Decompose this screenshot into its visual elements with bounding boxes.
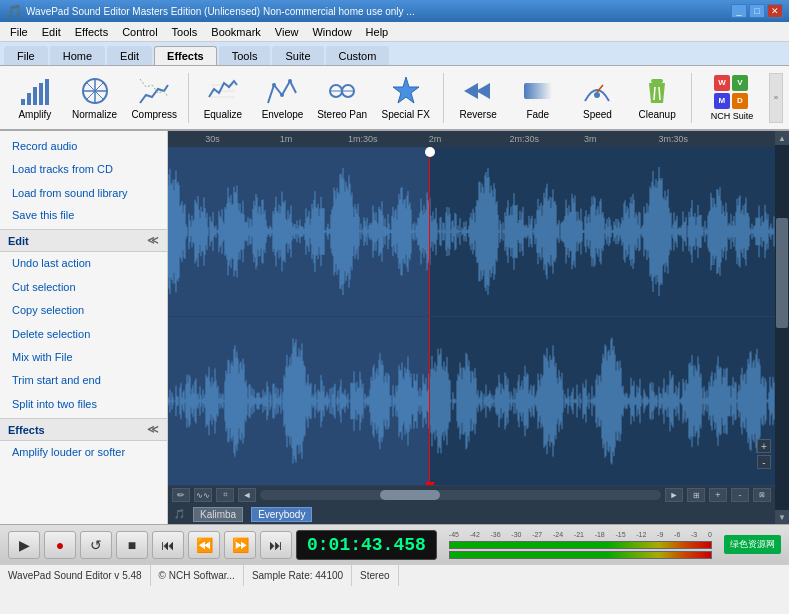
stereo-pan-button[interactable]: Stereo Pan	[313, 70, 371, 126]
scroll-track[interactable]	[260, 490, 661, 500]
effects-section-collapse[interactable]: ≪	[147, 423, 159, 436]
menu-bookmark[interactable]: Bookmark	[205, 24, 267, 40]
sidebar-item-copy[interactable]: Copy selection	[0, 299, 167, 322]
compress-icon	[138, 75, 170, 107]
sidebar-item-mix[interactable]: Mix with File	[0, 346, 167, 369]
tool-pencil[interactable]: ✏	[172, 488, 190, 502]
menu-window[interactable]: Window	[306, 24, 357, 40]
level-meter-container: -45 -42 -36 -30 -27 -24 -21 -18 -15 -12 …	[449, 531, 712, 559]
sidebar-item-trim[interactable]: Trim start and end	[0, 369, 167, 392]
waveform-track-bottom[interactable]	[168, 317, 775, 487]
track-label-icon: 🎵	[174, 509, 185, 519]
waveform-track-top[interactable]: /* waveform lines generated below */	[168, 147, 775, 317]
fade-button[interactable]: Fade	[509, 70, 567, 126]
nch-suite-icon: W V M D	[714, 75, 750, 109]
level-label: -27	[532, 531, 542, 538]
cleanup-button[interactable]: Cleanup	[628, 70, 686, 126]
minimize-button[interactable]: _	[731, 4, 747, 18]
speed-label: Speed	[583, 109, 612, 120]
tab-edit[interactable]: Edit	[107, 46, 152, 65]
edit-section-label: Edit	[8, 235, 29, 247]
level-label: -30	[511, 531, 521, 538]
tool-wave[interactable]: ∿∿	[194, 488, 212, 502]
edit-section-collapse[interactable]: ≪	[147, 234, 159, 247]
compress-button[interactable]: Compress	[125, 70, 183, 126]
playhead-line	[429, 147, 430, 316]
svg-marker-21	[464, 83, 478, 99]
forward-button[interactable]: ⏩	[224, 531, 256, 559]
scrollbar-up-btn[interactable]: ▲	[775, 131, 789, 145]
scrollbar-down-btn[interactable]: ▼	[775, 510, 789, 524]
track-everybody[interactable]: Everybody	[251, 507, 312, 522]
menu-help[interactable]: Help	[360, 24, 395, 40]
loop-button[interactable]: ↺	[80, 531, 112, 559]
tab-tools[interactable]: Tools	[219, 46, 271, 65]
tab-suite[interactable]: Suite	[272, 46, 323, 65]
reverse-button[interactable]: Reverse	[449, 70, 507, 126]
svg-rect-0	[21, 99, 25, 105]
amplify-button[interactable]: Amplify	[6, 70, 64, 126]
nch-suite-button[interactable]: W V M D NCH Suite	[697, 71, 767, 125]
tab-file[interactable]: File	[4, 46, 48, 65]
zoom-fit-btn[interactable]: ⊞	[687, 488, 705, 502]
sidebar-item-split[interactable]: Split into two files	[0, 393, 167, 416]
special-fx-button[interactable]: Special FX	[373, 70, 438, 126]
scroll-thumb[interactable]	[380, 490, 440, 500]
sidebar-item-save[interactable]: Save this file	[0, 204, 167, 227]
zoom-out-h-btn[interactable]: -	[731, 488, 749, 502]
level-meters: -45 -42 -36 -30 -27 -24 -21 -18 -15 -12 …	[449, 531, 712, 559]
stereo-pan-icon	[326, 75, 358, 107]
zoom-out-button[interactable]: -	[757, 455, 771, 469]
track-kalimba[interactable]: Kalimba	[193, 507, 243, 522]
equalize-button[interactable]: Equalize	[194, 70, 252, 126]
menu-control[interactable]: Control	[116, 24, 163, 40]
sidebar-item-load-library[interactable]: Load from sound library	[0, 182, 167, 204]
waveform-scrollbar: ✏ ∿∿ ⌗ ◄ ► ⊞ + - ⊠	[168, 486, 775, 504]
menu-tools[interactable]: Tools	[166, 24, 204, 40]
tab-effects[interactable]: Effects	[154, 46, 217, 65]
close-button[interactable]: ✕	[767, 4, 783, 18]
level-label: -12	[636, 531, 646, 538]
sidebar-item-undo[interactable]: Undo last action	[0, 252, 167, 275]
sidebar-item-delete[interactable]: Delete selection	[0, 323, 167, 346]
speed-button[interactable]: Speed	[569, 70, 627, 126]
zoom-all-btn[interactable]: ⊠	[753, 488, 771, 502]
waveform-canvas-top	[168, 147, 775, 316]
right-scrollbar[interactable]: ▲ ▼	[775, 131, 789, 524]
zoom-in-button[interactable]: +	[757, 439, 771, 453]
envelope-button[interactable]: Envelope	[254, 70, 312, 126]
stop-button[interactable]: ■	[116, 531, 148, 559]
scrollbar-thumb[interactable]	[776, 218, 788, 328]
normalize-button[interactable]: Normalize	[66, 70, 124, 126]
svg-rect-4	[45, 79, 49, 105]
scroll-right-btn[interactable]: ►	[665, 488, 683, 502]
menu-view[interactable]: View	[269, 24, 305, 40]
level-label: -18	[595, 531, 605, 538]
next-button[interactable]: ⏭	[260, 531, 292, 559]
menu-effects[interactable]: Effects	[69, 24, 114, 40]
sidebar-item-amplify[interactable]: Amplify louder or softer	[0, 441, 167, 464]
level-label: -3	[691, 531, 697, 538]
special-fx-label: Special FX	[381, 109, 429, 120]
timeline-2m: 2m	[429, 134, 442, 144]
menu-edit[interactable]: Edit	[36, 24, 67, 40]
toolbar-expand-btn[interactable]: »	[769, 73, 783, 123]
menu-file[interactable]: File	[4, 24, 34, 40]
tab-home[interactable]: Home	[50, 46, 105, 65]
tab-custom[interactable]: Custom	[326, 46, 390, 65]
sidebar-item-load-cd[interactable]: Load tracks from CD	[0, 158, 167, 181]
scroll-left-btn[interactable]: ◄	[238, 488, 256, 502]
timeline-3m30s: 3m:30s	[659, 134, 689, 144]
rewind-button[interactable]: ⏪	[188, 531, 220, 559]
sidebar-item-cut[interactable]: Cut selection	[0, 276, 167, 299]
tool-select[interactable]: ⌗	[216, 488, 234, 502]
prev-button[interactable]: ⏮	[152, 531, 184, 559]
play-button[interactable]: ▶	[8, 531, 40, 559]
maximize-button[interactable]: □	[749, 4, 765, 18]
scrollbar-track[interactable]	[775, 145, 789, 510]
cleanup-icon	[641, 75, 673, 107]
zoom-in-h-btn[interactable]: +	[709, 488, 727, 502]
sidebar-item-record[interactable]: Record audio	[0, 135, 167, 158]
reverse-icon	[462, 75, 494, 107]
record-button[interactable]: ●	[44, 531, 76, 559]
